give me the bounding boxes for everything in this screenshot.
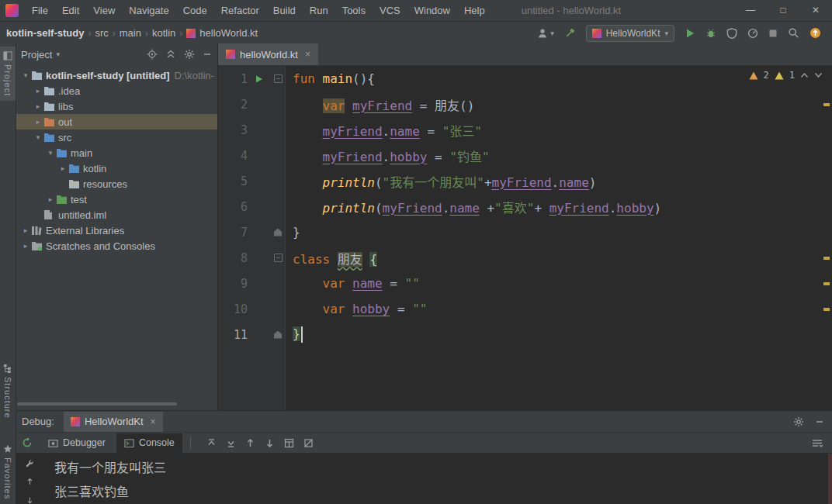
chevron-right-icon[interactable]: ▸ xyxy=(20,242,31,250)
minimize-button[interactable]: — xyxy=(734,0,767,21)
user-dropdown-icon[interactable]: ▾ xyxy=(537,28,554,39)
error-stripe-mark[interactable] xyxy=(823,103,830,106)
editor-body[interactable]: 1fun main(){2 var myFriend = 朋友()3 myFri… xyxy=(218,66,832,411)
line-number[interactable]: 4 xyxy=(218,149,249,163)
tree-item-idea[interactable]: ▸.idea xyxy=(16,83,217,98)
line-number[interactable]: 2 xyxy=(218,98,249,112)
menu-navigate[interactable]: Navigate xyxy=(122,0,175,21)
up-stack-icon[interactable] xyxy=(25,478,35,485)
fold-end-icon[interactable] xyxy=(274,229,282,236)
menu-code[interactable]: Code xyxy=(176,0,214,21)
search-everywhere-icon[interactable] xyxy=(788,27,799,39)
tree-item-main[interactable]: ▾main xyxy=(16,145,217,161)
fold-collapse-icon[interactable] xyxy=(274,254,283,262)
error-stripe-mark[interactable] xyxy=(823,308,830,311)
chevron-down-icon[interactable]: ▾ xyxy=(20,71,31,79)
tree-item-test[interactable]: ▸test xyxy=(16,192,217,207)
tab-debugger[interactable]: Debugger xyxy=(40,433,113,453)
editor-tab-helloworld[interactable]: helloWorld.kt × xyxy=(218,43,318,65)
menu-run[interactable]: Run xyxy=(303,0,335,21)
run-line-icon[interactable] xyxy=(255,75,263,83)
line-number[interactable]: 9 xyxy=(218,277,249,291)
code-line-10[interactable]: 10 var hobby = "" xyxy=(218,296,832,322)
settings-gear-icon[interactable] xyxy=(793,416,804,427)
breadcrumb-item-kotlin-self-study[interactable]: kotlin-self-study xyxy=(6,27,84,39)
menu-help[interactable]: Help xyxy=(457,0,492,21)
chevron-right-icon[interactable]: ▸ xyxy=(33,87,43,95)
profiler-button[interactable] xyxy=(747,28,758,39)
settings-gear-icon[interactable] xyxy=(184,49,195,60)
code-line-7[interactable]: 7} xyxy=(218,219,832,245)
error-stripe-mark[interactable] xyxy=(823,282,830,285)
pin-tab-icon[interactable] xyxy=(303,438,314,448)
line-number[interactable]: 3 xyxy=(218,123,249,137)
menu-view[interactable]: View xyxy=(86,0,122,21)
fold-end-icon[interactable] xyxy=(274,331,282,339)
tree-item-resources[interactable]: resources xyxy=(16,176,217,192)
menu-vcs[interactable]: VCS xyxy=(373,0,407,21)
menu-edit[interactable]: Edit xyxy=(55,0,86,21)
breadcrumb-item-kotlin[interactable]: kotlin xyxy=(152,27,175,39)
code-line-5[interactable]: 5 println("我有一个朋友叫"+myFriend.name) xyxy=(218,168,832,194)
chevron-right-icon[interactable]: ▸ xyxy=(33,118,43,126)
tab-console[interactable]: Console xyxy=(116,433,182,453)
run-button[interactable] xyxy=(685,28,695,39)
tree-item-kotlin[interactable]: ▸kotlin xyxy=(16,161,217,176)
mute-settings-wrench-icon[interactable] xyxy=(24,459,35,468)
console-settings-icon[interactable] xyxy=(812,438,823,448)
code-line-6[interactable]: 6 println(myFriend.name +"喜欢"+ myFriend.… xyxy=(218,194,832,219)
code-line-3[interactable]: 3 myFriend.name = "张三" xyxy=(218,117,832,143)
prev-issue-icon[interactable] xyxy=(800,72,809,78)
next-issue-icon[interactable] xyxy=(814,72,823,78)
project-panel-title[interactable]: Project xyxy=(21,49,52,60)
debug-bug-icon[interactable] xyxy=(705,28,716,39)
caret-down-icon[interactable]: ▾ xyxy=(56,50,60,58)
line-number[interactable]: 11 xyxy=(218,328,249,342)
tree-item-src[interactable]: ▾src xyxy=(16,129,217,145)
close-button[interactable]: ✕ xyxy=(799,0,832,21)
tree-item-untitled-iml[interactable]: untitled.iml xyxy=(16,207,217,223)
menu-refactor[interactable]: Refactor xyxy=(214,0,266,21)
tab-close-icon[interactable]: × xyxy=(305,49,310,60)
maximize-button[interactable]: □ xyxy=(767,0,799,21)
chevron-down-icon[interactable]: ▾ xyxy=(33,133,43,141)
coverage-button[interactable] xyxy=(726,28,737,39)
stop-button[interactable] xyxy=(768,29,778,38)
hide-panel-icon[interactable] xyxy=(815,417,824,426)
code-line-9[interactable]: 9 var name = "" xyxy=(218,271,832,296)
code-line-4[interactable]: 4 myFriend.hobby = "钓鱼" xyxy=(218,143,832,168)
update-notification-icon[interactable] xyxy=(809,27,821,39)
chevron-down-icon[interactable]: ▾ xyxy=(45,149,56,157)
debug-session-tab[interactable]: HelloWorldKt × xyxy=(64,412,163,432)
stripe-button-project[interactable]: Project xyxy=(0,47,16,101)
stripe-button-structure[interactable]: Structure xyxy=(0,359,16,423)
locate-target-icon[interactable] xyxy=(147,49,158,60)
menu-build[interactable]: Build xyxy=(266,0,303,21)
code-line-8[interactable]: 8class 朋友 { xyxy=(218,245,832,271)
line-number[interactable]: 7 xyxy=(218,226,249,240)
run-configuration-combo[interactable]: HelloWorldKt ▾ xyxy=(586,25,674,42)
console-scrollbar[interactable] xyxy=(828,454,832,504)
tab-close-icon[interactable]: × xyxy=(151,416,156,427)
line-number[interactable]: 10 xyxy=(218,302,249,316)
error-stripe-mark[interactable] xyxy=(823,257,830,260)
down-stack-icon[interactable] xyxy=(25,496,35,504)
line-number[interactable]: 5 xyxy=(218,174,249,188)
prev-occurrence-icon[interactable] xyxy=(206,438,217,448)
step-up-icon[interactable] xyxy=(245,438,255,448)
chevron-right-icon[interactable]: ▸ xyxy=(45,195,56,203)
tree-item-out[interactable]: ▸out xyxy=(16,114,217,129)
hide-panel-icon[interactable] xyxy=(203,50,212,59)
next-occurrence-icon[interactable] xyxy=(226,438,236,448)
line-number[interactable]: 8 xyxy=(218,251,249,265)
stripe-button-favorites[interactable]: Favorites xyxy=(0,440,16,504)
code-line-1[interactable]: 1fun main(){ xyxy=(218,66,832,91)
line-number[interactable]: 6 xyxy=(218,200,249,214)
tree-item-scratches-and-consoles[interactable]: ▸Scratches and Consoles xyxy=(16,238,217,254)
chevron-right-icon[interactable]: ▸ xyxy=(33,102,43,110)
tree-item-libs[interactable]: ▸libs xyxy=(16,98,217,114)
line-number[interactable]: 1 xyxy=(218,72,249,86)
build-hammer-icon[interactable] xyxy=(564,27,576,39)
tree-item-kotlin-self-study-untitled[interactable]: ▾kotlin-self-study [untitled]D:\kotlin- xyxy=(16,67,217,83)
collapse-all-icon[interactable] xyxy=(165,49,176,60)
